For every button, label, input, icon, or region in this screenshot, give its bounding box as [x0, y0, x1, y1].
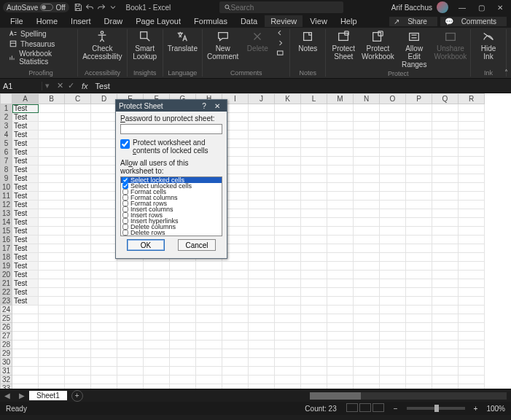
permission-checkbox[interactable] [122, 206, 128, 212]
cell[interactable] [301, 157, 327, 166]
cell[interactable] [406, 271, 432, 279]
cell[interactable] [380, 376, 406, 384]
cell[interactable] [275, 376, 301, 384]
cell[interactable]: Test [12, 113, 39, 122]
cell[interactable] [249, 367, 275, 376]
cell[interactable] [301, 218, 327, 227]
add-sheet-button[interactable]: + [71, 390, 83, 402]
cell[interactable] [196, 314, 222, 323]
cell[interactable]: Test [12, 174, 39, 183]
cell[interactable] [354, 376, 380, 384]
cell[interactable] [65, 349, 91, 358]
col-header[interactable]: N [354, 94, 380, 104]
cell[interactable] [249, 157, 275, 166]
cell[interactable] [65, 244, 91, 253]
cell[interactable]: Test [12, 227, 39, 236]
cell[interactable] [354, 139, 380, 148]
cell[interactable] [380, 148, 406, 157]
cell[interactable] [432, 367, 459, 376]
cell[interactable] [406, 358, 432, 367]
cell[interactable] [144, 384, 170, 389]
thesaurus-button[interactable]: Thesaurus [9, 39, 73, 48]
cell[interactable] [222, 349, 249, 358]
cell[interactable] [65, 174, 91, 183]
cell[interactable] [117, 349, 144, 358]
row-header[interactable]: 12 [1, 201, 12, 209]
row-header[interactable]: 23 [1, 297, 12, 306]
cell[interactable] [432, 358, 459, 367]
row-header[interactable]: 15 [1, 227, 12, 236]
cell[interactable] [354, 279, 380, 288]
cell[interactable] [65, 236, 91, 244]
cell[interactable] [459, 279, 485, 288]
cell[interactable] [275, 139, 301, 148]
cell[interactable] [406, 306, 432, 314]
cell[interactable] [327, 218, 354, 227]
cell[interactable] [144, 376, 170, 384]
cell[interactable] [354, 341, 380, 349]
cell[interactable] [301, 113, 327, 122]
cell[interactable] [249, 262, 275, 271]
row-header[interactable]: 28 [1, 341, 12, 349]
cell[interactable] [39, 253, 65, 262]
cell[interactable] [380, 139, 406, 148]
cell[interactable] [275, 218, 301, 227]
cell[interactable] [39, 174, 65, 183]
cell[interactable] [301, 253, 327, 262]
cell[interactable] [249, 384, 275, 389]
cell[interactable] [39, 288, 65, 297]
cell[interactable] [301, 236, 327, 244]
cell[interactable] [354, 122, 380, 131]
cell[interactable] [275, 236, 301, 244]
cell[interactable] [91, 288, 117, 297]
cell[interactable] [196, 341, 222, 349]
cell[interactable] [65, 157, 91, 166]
cell[interactable] [354, 262, 380, 271]
cell[interactable] [117, 376, 144, 384]
ok-button[interactable]: OK [127, 239, 165, 251]
cell[interactable] [459, 367, 485, 376]
cell[interactable] [301, 209, 327, 218]
cell[interactable] [91, 297, 117, 306]
dialog-help-button[interactable]: ? [198, 102, 211, 110]
cell[interactable] [249, 297, 275, 306]
cell[interactable] [459, 306, 485, 314]
cell[interactable] [406, 209, 432, 218]
cell[interactable] [327, 341, 354, 349]
cell[interactable] [91, 131, 117, 139]
cell[interactable] [406, 174, 432, 183]
cell[interactable] [117, 384, 144, 389]
cell[interactable] [117, 314, 144, 323]
user-area[interactable]: Arif Bacchus [391, 1, 448, 13]
cell[interactable] [406, 314, 432, 323]
cell[interactable] [275, 201, 301, 209]
tab-help[interactable]: Help [335, 15, 363, 27]
cell[interactable] [301, 166, 327, 174]
cell[interactable] [65, 358, 91, 367]
cell[interactable] [459, 384, 485, 389]
cell[interactable] [406, 341, 432, 349]
cell[interactable]: Test [12, 236, 39, 244]
cell[interactable] [196, 288, 222, 297]
cell[interactable] [249, 244, 275, 253]
tab-nav-prev[interactable]: ◀ [0, 392, 15, 400]
cell[interactable] [39, 323, 65, 332]
cell[interactable]: Test [12, 218, 39, 227]
cell[interactable] [406, 218, 432, 227]
cell[interactable] [196, 358, 222, 367]
cell[interactable] [65, 288, 91, 297]
cell[interactable] [65, 306, 91, 314]
col-header[interactable]: P [406, 94, 432, 104]
cell[interactable] [432, 262, 459, 271]
cell[interactable]: Test [12, 244, 39, 253]
cell[interactable] [170, 376, 196, 384]
permission-item[interactable]: Delete rows [121, 230, 222, 236]
cell[interactable] [327, 227, 354, 236]
cell[interactable] [432, 201, 459, 209]
cell[interactable] [65, 323, 91, 332]
cell[interactable] [354, 332, 380, 341]
cell[interactable] [354, 192, 380, 201]
cell[interactable] [117, 367, 144, 376]
cell[interactable] [301, 306, 327, 314]
cell[interactable] [406, 139, 432, 148]
